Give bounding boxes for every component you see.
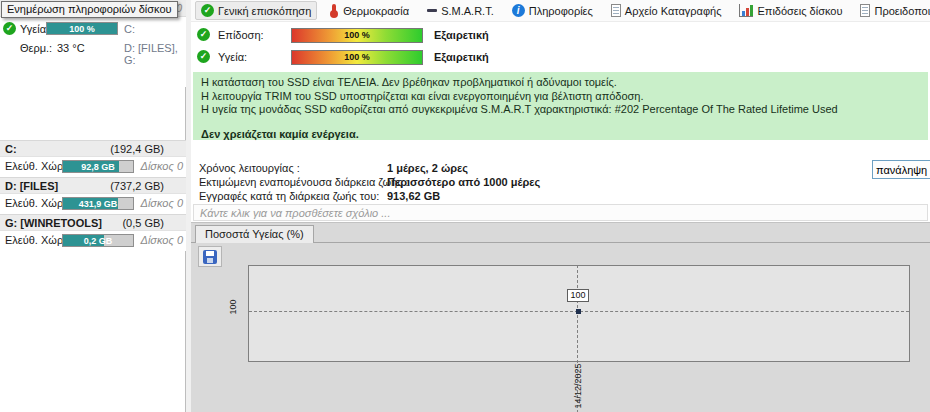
main-panel: Γενική επισκόπηση Θερμοκρασία S.M.A.R.T.… (191, 0, 930, 412)
health-ok-icon (197, 50, 210, 63)
status-line: Η υγεία της μονάδας SSD καθορίζεται από … (201, 103, 920, 117)
data-point (576, 309, 581, 314)
performance-ok-icon (197, 28, 210, 41)
summary-temp-row: Θερμ.: 33 °C D: [FILES], G: (0, 41, 186, 57)
performance-status: Εξαιρετική (434, 29, 489, 41)
main-toolbar: Γενική επισκόπηση Θερμοκρασία S.M.A.R.T.… (191, 0, 930, 22)
detail-value: Περισσότερο από 1000 μέρες (387, 176, 540, 188)
tab-label: Πληροφορίες (529, 5, 593, 17)
disk-summary-panel[interactable]: Υγεία: 100 % C: Θερμ.: 33 °C D: [FILES],… (0, 17, 186, 87)
health-status: Εξαιρετική (434, 51, 489, 63)
info-icon (512, 4, 525, 17)
detail-row-power-on: Χρόνος λειτουργίας : 1 μέρες, 2 ώρες (191, 162, 930, 176)
tab-label: Αρχείο Καταγραφής (625, 5, 722, 17)
tab-label: Προειδοποιήσεις (874, 5, 930, 17)
health-gauge-value: 100 % (292, 52, 422, 62)
smart-dash-icon (427, 9, 437, 12)
free-space-bar: 431,9 GB (62, 197, 134, 210)
alerts-icon (860, 4, 870, 17)
performance-gauge-bar: 100 % (291, 28, 423, 43)
partition-letters-top: C: (124, 23, 135, 35)
health-ok-icon (3, 22, 16, 35)
tab-label: Γενική επισκόπηση (218, 5, 311, 17)
free-space-bar: 92,8 GB (62, 160, 134, 173)
detail-value: 1 μέρες, 2 ώρες (387, 162, 468, 174)
x-axis-tick-label: 14/12/2025 (573, 359, 583, 412)
volume-header: G: [WINRETOOLS] (0,5 GB) (0, 214, 186, 231)
status-action-line: Δεν χρειάζεται καμία ενέργεια. (201, 128, 920, 142)
performance-gauge-row: Επίδοση: 100 % Εξαιρετική (191, 26, 930, 46)
retest-button[interactable]: πανάληψη του Τεσ (872, 160, 930, 179)
free-space-value: 92,8 GB (63, 161, 133, 173)
detail-label: Εγγραφές κατά τη διάρκεια ζωής του: (199, 190, 379, 202)
volume-name: G: [WINRETOOLS] (5, 217, 102, 230)
check-icon (201, 4, 214, 17)
chart-icon (739, 4, 753, 17)
volume-disk-label: Δίσκος 0 (141, 160, 183, 172)
thermometer-icon (329, 4, 339, 18)
volume-disk-label: Δίσκος 0 (141, 197, 183, 209)
temperature-label: Θερμ.: (20, 42, 52, 54)
volume-name: D: [FILES] (5, 180, 58, 193)
partition-letters-bottom: D: [FILES], G: (124, 42, 186, 66)
volume-size: (0,5 GB) (122, 217, 164, 230)
health-gauge-row: Υγεία: 100 % Εξαιρετική (191, 48, 930, 68)
volume-header: C: (192,4 GB) (0, 140, 186, 157)
summary-health-row: Υγεία: 100 % C: (0, 22, 186, 38)
detail-row-writes: Εγγραφές κατά τη διάρκεια ζωής του: 913,… (191, 190, 930, 204)
detail-label: Εκτιμώμενη εναπομένουσα διάρκεια ζωής : (199, 176, 409, 188)
performance-label: Επίδοση: (218, 29, 264, 41)
tab-temperature[interactable]: Θερμοκρασία (323, 1, 415, 21)
volume-free-row: Ελεύθ. Χώρος 431,9 GB Δίσκος 0 (0, 194, 186, 214)
volume-item-c[interactable]: C: (192,4 GB) Ελεύθ. Χώρος 92,8 GB Δίσκο… (0, 140, 186, 177)
tab-smart[interactable]: S.M.A.R.T. (421, 2, 500, 20)
volume-free-row: Ελεύθ. Χώρος 0,2 GB Δίσκος 0 (0, 231, 186, 251)
detail-label: Χρόνος λειτουργίας : (199, 162, 300, 174)
volume-name: C: (5, 143, 17, 156)
tab-label: Επιδόσεις δίσκου (757, 5, 842, 17)
volume-item-g[interactable]: G: [WINRETOOLS] (0,5 GB) Ελεύθ. Χώρος 0,… (0, 214, 186, 251)
tab-overview[interactable]: Γενική επισκόπηση (195, 1, 317, 20)
volume-size: (192,4 GB) (110, 143, 164, 156)
tab-information[interactable]: Πληροφορίες (506, 1, 599, 20)
data-point-label: 100 (567, 289, 589, 302)
status-line: Η λειτουργία TRIM του SSD υποστηρίζεται … (201, 90, 920, 104)
volume-free-row: Ελεύθ. Χώρος 92,8 GB Δίσκος 0 (0, 157, 186, 177)
disk-info-tooltip: Ενημέρωση πληροφοριών δίσκου (1, 1, 178, 18)
temperature-value: 33 °C (57, 42, 85, 54)
performance-gauge-value: 100 % (292, 30, 422, 40)
health-label: Υγεία: (20, 23, 49, 35)
save-icon (203, 250, 217, 264)
save-chart-button[interactable] (198, 246, 222, 267)
free-space-value: 431,9 GB (63, 198, 133, 210)
tab-label: S.M.A.R.T. (441, 5, 494, 17)
y-axis-tick-label: 100 (228, 292, 238, 322)
health-label: Υγεία: (218, 51, 247, 63)
volume-header: D: [FILES] (737,2 GB) (0, 177, 186, 194)
volume-item-d[interactable]: D: [FILES] (737,2 GB) Ελεύθ. Χώρος 431,9… (0, 177, 186, 214)
volume-disk-label: Δίσκος 0 (141, 234, 183, 246)
disk-sidebar: Δίσκος 0 Υγεία: 100 % C: Θερμ.: 33 °C D:… (0, 0, 186, 412)
tab-alerts[interactable]: Προειδοποιήσεις (854, 1, 930, 20)
detail-value: 913,62 GB (387, 190, 440, 202)
volume-size: (737,2 GB) (110, 180, 164, 193)
health-gauge-bar: 100 % (291, 50, 423, 65)
status-message-box: Η κατάσταση του SSD είναι ΤΕΛΕΙΑ. Δεν βρ… (193, 72, 928, 140)
health-bar-value: 100 % (47, 23, 117, 35)
chart-tabstrip: Ποσοστά Υγείας (%) (191, 225, 930, 243)
status-line: Η κατάσταση του SSD είναι ΤΕΛΕΙΑ. Δεν βρ… (201, 76, 920, 90)
detail-row-lifetime: Εκτιμώμενη εναπομένουσα διάρκεια ζωής : … (191, 176, 930, 190)
health-bar: 100 % (46, 22, 118, 35)
tab-health-percent[interactable]: Ποσοστά Υγείας (%) (195, 225, 314, 243)
tab-label: Θερμοκρασία (343, 5, 409, 17)
tab-disk-performance[interactable]: Επιδόσεις δίσκου (733, 1, 848, 20)
free-space-bar: 0,2 GB (62, 234, 134, 247)
free-space-value: 0,2 GB (63, 235, 133, 247)
health-chart-section: Ποσοστά Υγείας (%) 100 100 14/12/2025 (191, 222, 930, 412)
log-file-icon (611, 4, 621, 17)
comment-input[interactable]: Κάντε κλικ για να προσθέσετε σχόλιο ... (193, 204, 928, 221)
tab-log[interactable]: Αρχείο Καταγραφής (605, 1, 728, 20)
